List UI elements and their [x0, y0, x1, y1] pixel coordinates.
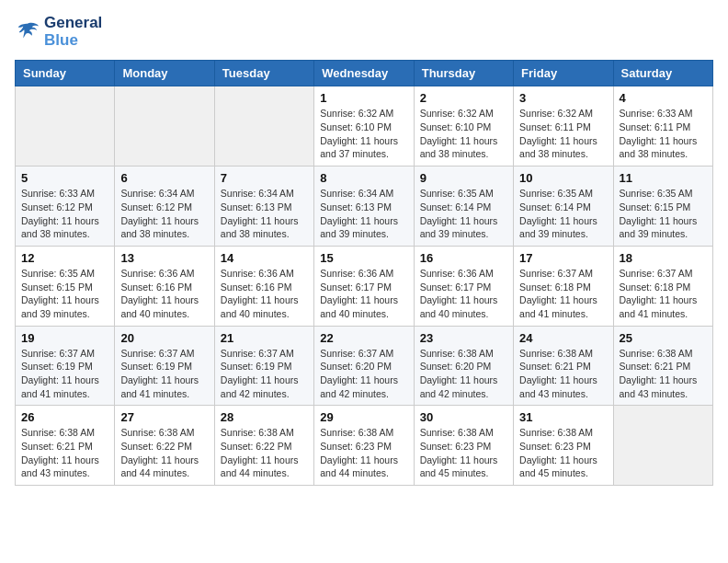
day-number: 15 [320, 251, 407, 265]
day-info: Sunrise: 6:36 AM Sunset: 6:17 PM Dayligh… [320, 267, 407, 321]
day-info: Sunrise: 6:38 AM Sunset: 6:22 PM Dayligh… [221, 426, 308, 480]
day-number: 27 [120, 410, 208, 424]
day-info: Sunrise: 6:35 AM Sunset: 6:14 PM Dayligh… [420, 187, 507, 241]
calendar-cell: 19Sunrise: 6:37 AM Sunset: 6:19 PM Dayli… [16, 326, 115, 406]
day-number: 17 [519, 251, 607, 265]
calendar-cell: 9Sunrise: 6:35 AM Sunset: 6:14 PM Daylig… [414, 167, 513, 247]
day-info: Sunrise: 6:37 AM Sunset: 6:19 PM Dayligh… [21, 347, 108, 401]
day-number: 14 [221, 251, 308, 265]
calendar-cell: 1Sunrise: 6:32 AM Sunset: 6:10 PM Daylig… [314, 86, 414, 167]
calendar-cell: 3Sunrise: 6:32 AM Sunset: 6:11 PM Daylig… [514, 86, 613, 167]
calendar-week-5: 26Sunrise: 6:38 AM Sunset: 6:21 PM Dayli… [16, 406, 713, 486]
day-number: 13 [120, 251, 208, 265]
day-number: 12 [21, 251, 108, 265]
day-number: 23 [420, 331, 507, 345]
day-number: 11 [620, 171, 707, 185]
weekday-header-wednesday: Wednesday [314, 61, 414, 86]
day-number: 31 [519, 410, 607, 424]
calendar-cell: 7Sunrise: 6:34 AM Sunset: 6:13 PM Daylig… [214, 167, 313, 247]
day-number: 5 [21, 171, 108, 185]
calendar-week-2: 5Sunrise: 6:33 AM Sunset: 6:12 PM Daylig… [16, 167, 713, 247]
day-number: 25 [620, 331, 707, 345]
calendar-cell: 17Sunrise: 6:37 AM Sunset: 6:18 PM Dayli… [514, 246, 613, 326]
day-number: 28 [221, 410, 308, 424]
day-info: Sunrise: 6:35 AM Sunset: 6:14 PM Dayligh… [519, 187, 607, 241]
calendar-cell: 25Sunrise: 6:38 AM Sunset: 6:21 PM Dayli… [613, 326, 712, 406]
day-number: 3 [519, 91, 607, 105]
calendar-week-4: 19Sunrise: 6:37 AM Sunset: 6:19 PM Dayli… [16, 326, 713, 406]
weekday-header-row: SundayMondayTuesdayWednesdayThursdayFrid… [16, 61, 713, 86]
day-number: 20 [120, 331, 208, 345]
calendar-cell: 29Sunrise: 6:38 AM Sunset: 6:23 PM Dayli… [314, 406, 414, 486]
calendar-cell: 10Sunrise: 6:35 AM Sunset: 6:14 PM Dayli… [514, 167, 613, 247]
day-number: 18 [620, 251, 707, 265]
day-info: Sunrise: 6:34 AM Sunset: 6:13 PM Dayligh… [320, 187, 407, 241]
calendar-cell: 26Sunrise: 6:38 AM Sunset: 6:21 PM Dayli… [16, 406, 115, 486]
calendar-cell [16, 86, 115, 167]
day-number: 22 [320, 331, 407, 345]
calendar-cell: 15Sunrise: 6:36 AM Sunset: 6:17 PM Dayli… [314, 246, 414, 326]
calendar-cell: 5Sunrise: 6:33 AM Sunset: 6:12 PM Daylig… [16, 167, 115, 247]
day-info: Sunrise: 6:37 AM Sunset: 6:19 PM Dayligh… [120, 347, 208, 401]
day-info: Sunrise: 6:32 AM Sunset: 6:10 PM Dayligh… [420, 107, 507, 161]
day-number: 6 [120, 171, 208, 185]
day-info: Sunrise: 6:38 AM Sunset: 6:22 PM Dayligh… [120, 426, 208, 480]
day-number: 24 [519, 331, 607, 345]
calendar-week-1: 1Sunrise: 6:32 AM Sunset: 6:10 PM Daylig… [16, 86, 713, 167]
day-info: Sunrise: 6:32 AM Sunset: 6:10 PM Dayligh… [320, 107, 407, 161]
calendar-cell [214, 86, 313, 167]
calendar-cell: 8Sunrise: 6:34 AM Sunset: 6:13 PM Daylig… [314, 167, 414, 247]
day-number: 19 [21, 331, 108, 345]
day-info: Sunrise: 6:37 AM Sunset: 6:18 PM Dayligh… [620, 267, 707, 321]
day-number: 16 [420, 251, 507, 265]
day-number: 8 [320, 171, 407, 185]
day-number: 21 [221, 331, 308, 345]
day-info: Sunrise: 6:38 AM Sunset: 6:21 PM Dayligh… [620, 347, 707, 401]
calendar-cell: 23Sunrise: 6:38 AM Sunset: 6:20 PM Dayli… [414, 326, 513, 406]
day-info: Sunrise: 6:37 AM Sunset: 6:20 PM Dayligh… [320, 347, 407, 401]
weekday-header-saturday: Saturday [613, 61, 712, 86]
weekday-header-friday: Friday [514, 61, 613, 86]
calendar-cell: 12Sunrise: 6:35 AM Sunset: 6:15 PM Dayli… [16, 246, 115, 326]
logo-text: General Blue [44, 15, 102, 49]
day-info: Sunrise: 6:36 AM Sunset: 6:16 PM Dayligh… [221, 267, 308, 321]
day-number: 7 [221, 171, 308, 185]
day-number: 4 [620, 91, 707, 105]
weekday-header-sunday: Sunday [16, 61, 115, 86]
calendar-table: SundayMondayTuesdayWednesdayThursdayFrid… [15, 60, 713, 486]
day-info: Sunrise: 6:33 AM Sunset: 6:11 PM Dayligh… [620, 107, 707, 161]
day-info: Sunrise: 6:37 AM Sunset: 6:18 PM Dayligh… [519, 267, 607, 321]
day-info: Sunrise: 6:38 AM Sunset: 6:23 PM Dayligh… [519, 426, 607, 480]
day-info: Sunrise: 6:34 AM Sunset: 6:12 PM Dayligh… [120, 187, 208, 241]
calendar-cell: 31Sunrise: 6:38 AM Sunset: 6:23 PM Dayli… [514, 406, 613, 486]
day-info: Sunrise: 6:34 AM Sunset: 6:13 PM Dayligh… [221, 187, 308, 241]
calendar-cell: 16Sunrise: 6:36 AM Sunset: 6:17 PM Dayli… [414, 246, 513, 326]
day-info: Sunrise: 6:38 AM Sunset: 6:23 PM Dayligh… [320, 426, 407, 480]
day-number: 2 [420, 91, 507, 105]
day-number: 10 [519, 171, 607, 185]
logo-bird-icon [15, 19, 40, 45]
calendar-cell: 14Sunrise: 6:36 AM Sunset: 6:16 PM Dayli… [214, 246, 313, 326]
calendar-cell: 24Sunrise: 6:38 AM Sunset: 6:21 PM Dayli… [514, 326, 613, 406]
day-number: 1 [320, 91, 407, 105]
calendar-cell: 18Sunrise: 6:37 AM Sunset: 6:18 PM Dayli… [613, 246, 712, 326]
calendar-cell [115, 86, 214, 167]
calendar-cell [613, 406, 712, 486]
calendar-cell: 4Sunrise: 6:33 AM Sunset: 6:11 PM Daylig… [613, 86, 712, 167]
weekday-header-thursday: Thursday [414, 61, 513, 86]
day-number: 9 [420, 171, 507, 185]
day-number: 26 [21, 410, 108, 424]
day-info: Sunrise: 6:38 AM Sunset: 6:21 PM Dayligh… [21, 426, 108, 480]
weekday-header-tuesday: Tuesday [214, 61, 313, 86]
day-info: Sunrise: 6:38 AM Sunset: 6:20 PM Dayligh… [420, 347, 507, 401]
logo: General Blue [15, 15, 102, 49]
calendar-cell: 6Sunrise: 6:34 AM Sunset: 6:12 PM Daylig… [115, 167, 214, 247]
day-info: Sunrise: 6:35 AM Sunset: 6:15 PM Dayligh… [620, 187, 707, 241]
day-number: 30 [420, 410, 507, 424]
calendar-cell: 21Sunrise: 6:37 AM Sunset: 6:19 PM Dayli… [214, 326, 313, 406]
calendar-cell: 2Sunrise: 6:32 AM Sunset: 6:10 PM Daylig… [414, 86, 513, 167]
day-info: Sunrise: 6:38 AM Sunset: 6:21 PM Dayligh… [519, 347, 607, 401]
day-info: Sunrise: 6:37 AM Sunset: 6:19 PM Dayligh… [221, 347, 308, 401]
calendar-cell: 30Sunrise: 6:38 AM Sunset: 6:23 PM Dayli… [414, 406, 513, 486]
calendar-week-3: 12Sunrise: 6:35 AM Sunset: 6:15 PM Dayli… [16, 246, 713, 326]
